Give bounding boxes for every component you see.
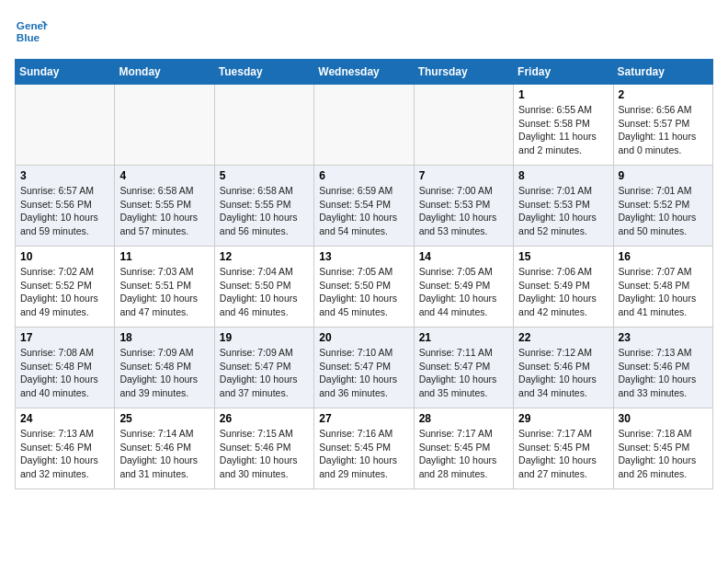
day-number: 28	[419, 412, 508, 425]
day-info: Sunrise: 7:01 AMSunset: 5:52 PMDaylight:…	[619, 184, 708, 238]
weekday-header-saturday: Saturday	[613, 60, 712, 85]
day-info: Sunrise: 7:11 AMSunset: 5:47 PMDaylight:…	[419, 346, 508, 400]
day-number: 16	[619, 250, 708, 263]
day-info: Sunrise: 7:01 AMSunset: 5:53 PMDaylight:…	[518, 184, 608, 238]
calendar-cell: 27Sunrise: 7:16 AMSunset: 5:45 PMDayligh…	[314, 408, 414, 489]
weekday-header-tuesday: Tuesday	[214, 60, 313, 85]
day-info: Sunrise: 7:17 AMSunset: 5:45 PMDaylight:…	[518, 427, 608, 481]
day-number: 27	[319, 412, 408, 425]
calendar-cell: 29Sunrise: 7:17 AMSunset: 5:45 PMDayligh…	[514, 408, 613, 489]
calendar-week-row: 24Sunrise: 7:13 AMSunset: 5:46 PMDayligh…	[16, 408, 713, 489]
day-number: 12	[220, 250, 309, 263]
calendar-cell: 7Sunrise: 7:00 AMSunset: 5:53 PMDaylight…	[414, 166, 513, 247]
day-info: Sunrise: 7:08 AMSunset: 5:48 PMDaylight:…	[20, 346, 109, 400]
calendar-cell: 26Sunrise: 7:15 AMSunset: 5:46 PMDayligh…	[214, 408, 313, 489]
calendar-cell	[314, 85, 414, 166]
calendar-cell: 14Sunrise: 7:05 AMSunset: 5:49 PMDayligh…	[414, 247, 513, 327]
day-number: 14	[419, 250, 508, 263]
calendar-cell: 9Sunrise: 7:01 AMSunset: 5:52 PMDaylight…	[613, 166, 712, 247]
day-number: 29	[518, 412, 608, 425]
day-number: 8	[518, 169, 608, 182]
day-info: Sunrise: 7:03 AMSunset: 5:51 PMDaylight:…	[119, 265, 209, 319]
calendar-cell: 6Sunrise: 6:59 AMSunset: 5:54 PMDaylight…	[314, 166, 414, 247]
day-info: Sunrise: 7:18 AMSunset: 5:45 PMDaylight:…	[619, 427, 708, 481]
day-info: Sunrise: 7:12 AMSunset: 5:46 PMDaylight:…	[518, 346, 608, 400]
calendar-cell: 10Sunrise: 7:02 AMSunset: 5:52 PMDayligh…	[16, 247, 115, 327]
calendar-cell: 30Sunrise: 7:18 AMSunset: 5:45 PMDayligh…	[613, 408, 712, 489]
svg-text:General: General	[17, 19, 48, 31]
day-number: 25	[119, 412, 209, 425]
calendar-cell	[16, 85, 115, 166]
calendar-cell: 4Sunrise: 6:58 AMSunset: 5:55 PMDaylight…	[115, 166, 214, 247]
day-info: Sunrise: 7:09 AMSunset: 5:48 PMDaylight:…	[119, 346, 209, 400]
day-number: 26	[220, 412, 309, 425]
weekday-header-wednesday: Wednesday	[314, 60, 414, 85]
calendar-cell: 23Sunrise: 7:13 AMSunset: 5:46 PMDayligh…	[613, 327, 712, 408]
calendar-cell: 22Sunrise: 7:12 AMSunset: 5:46 PMDayligh…	[514, 327, 613, 408]
calendar-week-row: 17Sunrise: 7:08 AMSunset: 5:48 PMDayligh…	[16, 327, 713, 408]
day-info: Sunrise: 7:13 AMSunset: 5:46 PMDaylight:…	[619, 346, 708, 400]
calendar-table: SundayMondayTuesdayWednesdayThursdayFrid…	[15, 59, 713, 489]
day-number: 15	[518, 250, 608, 263]
day-number: 21	[419, 331, 508, 344]
day-info: Sunrise: 7:00 AMSunset: 5:53 PMDaylight:…	[419, 184, 508, 238]
day-number: 19	[220, 331, 309, 344]
calendar-week-row: 1Sunrise: 6:55 AMSunset: 5:58 PMDaylight…	[16, 85, 713, 166]
day-info: Sunrise: 7:05 AMSunset: 5:50 PMDaylight:…	[319, 265, 408, 319]
day-number: 4	[119, 169, 209, 182]
calendar-cell: 21Sunrise: 7:11 AMSunset: 5:47 PMDayligh…	[414, 327, 513, 408]
page-header: General Blue	[15, 15, 713, 48]
day-info: Sunrise: 6:55 AMSunset: 5:58 PMDaylight:…	[518, 103, 608, 157]
day-info: Sunrise: 7:13 AMSunset: 5:46 PMDaylight:…	[20, 427, 109, 481]
day-info: Sunrise: 7:07 AMSunset: 5:48 PMDaylight:…	[619, 265, 708, 319]
calendar-week-row: 10Sunrise: 7:02 AMSunset: 5:52 PMDayligh…	[16, 247, 713, 327]
day-number: 22	[518, 331, 608, 344]
day-number: 7	[419, 169, 508, 182]
day-info: Sunrise: 7:06 AMSunset: 5:49 PMDaylight:…	[518, 265, 608, 319]
calendar-cell: 12Sunrise: 7:04 AMSunset: 5:50 PMDayligh…	[214, 247, 313, 327]
day-number: 1	[518, 88, 608, 101]
day-info: Sunrise: 7:16 AMSunset: 5:45 PMDaylight:…	[319, 427, 408, 481]
day-info: Sunrise: 6:56 AMSunset: 5:57 PMDaylight:…	[619, 103, 708, 157]
weekday-header-monday: Monday	[115, 60, 214, 85]
day-info: Sunrise: 7:15 AMSunset: 5:46 PMDaylight:…	[220, 427, 309, 481]
day-number: 2	[619, 88, 708, 101]
logo-icon: General Blue	[15, 15, 48, 48]
calendar-cell	[414, 85, 513, 166]
calendar-cell: 2Sunrise: 6:56 AMSunset: 5:57 PMDaylight…	[613, 85, 712, 166]
calendar-header-row: SundayMondayTuesdayWednesdayThursdayFrid…	[16, 60, 713, 85]
day-info: Sunrise: 6:57 AMSunset: 5:56 PMDaylight:…	[20, 184, 109, 238]
calendar-cell: 28Sunrise: 7:17 AMSunset: 5:45 PMDayligh…	[414, 408, 513, 489]
day-number: 3	[20, 169, 109, 182]
calendar-cell: 17Sunrise: 7:08 AMSunset: 5:48 PMDayligh…	[16, 327, 115, 408]
day-info: Sunrise: 6:58 AMSunset: 5:55 PMDaylight:…	[119, 184, 209, 238]
calendar-cell: 11Sunrise: 7:03 AMSunset: 5:51 PMDayligh…	[115, 247, 214, 327]
calendar-cell: 16Sunrise: 7:07 AMSunset: 5:48 PMDayligh…	[613, 247, 712, 327]
calendar-cell: 3Sunrise: 6:57 AMSunset: 5:56 PMDaylight…	[16, 166, 115, 247]
day-number: 17	[20, 331, 109, 344]
calendar-cell: 25Sunrise: 7:14 AMSunset: 5:46 PMDayligh…	[115, 408, 214, 489]
day-number: 6	[319, 169, 408, 182]
calendar-week-row: 3Sunrise: 6:57 AMSunset: 5:56 PMDaylight…	[16, 166, 713, 247]
day-number: 5	[220, 169, 309, 182]
day-number: 20	[319, 331, 408, 344]
day-info: Sunrise: 7:14 AMSunset: 5:46 PMDaylight:…	[119, 427, 209, 481]
day-number: 23	[619, 331, 708, 344]
calendar-cell: 15Sunrise: 7:06 AMSunset: 5:49 PMDayligh…	[514, 247, 613, 327]
day-info: Sunrise: 7:17 AMSunset: 5:45 PMDaylight:…	[419, 427, 508, 481]
day-info: Sunrise: 6:59 AMSunset: 5:54 PMDaylight:…	[319, 184, 408, 238]
weekday-header-friday: Friday	[514, 60, 613, 85]
calendar-cell: 20Sunrise: 7:10 AMSunset: 5:47 PMDayligh…	[314, 327, 414, 408]
calendar-cell: 1Sunrise: 6:55 AMSunset: 5:58 PMDaylight…	[514, 85, 613, 166]
day-info: Sunrise: 7:04 AMSunset: 5:50 PMDaylight:…	[220, 265, 309, 319]
day-number: 18	[119, 331, 209, 344]
day-info: Sunrise: 6:58 AMSunset: 5:55 PMDaylight:…	[220, 184, 309, 238]
calendar-cell	[214, 85, 313, 166]
day-number: 13	[319, 250, 408, 263]
logo: General Blue	[15, 15, 48, 48]
calendar-cell: 13Sunrise: 7:05 AMSunset: 5:50 PMDayligh…	[314, 247, 414, 327]
svg-text:Blue: Blue	[17, 31, 40, 43]
calendar-cell: 8Sunrise: 7:01 AMSunset: 5:53 PMDaylight…	[514, 166, 613, 247]
calendar-cell: 18Sunrise: 7:09 AMSunset: 5:48 PMDayligh…	[115, 327, 214, 408]
calendar-cell: 19Sunrise: 7:09 AMSunset: 5:47 PMDayligh…	[214, 327, 313, 408]
